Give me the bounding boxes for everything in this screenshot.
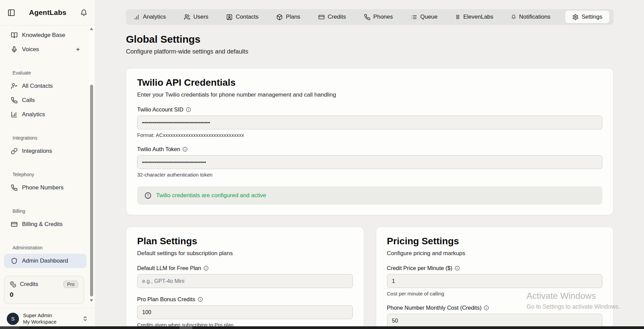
user-name: Super Admin (23, 312, 78, 319)
card-subtitle: Default settings for subscription plans (137, 250, 353, 257)
info-icon[interactable] (484, 305, 489, 310)
tab-queue[interactable]: Queue (407, 9, 441, 25)
section-title: Integrations (13, 135, 87, 141)
bar-chart-icon (11, 111, 18, 118)
taskbar-edge (0, 326, 644, 329)
card-subtitle: Configure pricing and markups (387, 250, 603, 257)
stack-icon (455, 15, 460, 19)
credit-card-icon (11, 221, 18, 228)
alert-circle-icon (145, 192, 151, 199)
bell-icon[interactable] (80, 9, 87, 16)
tab-contacts[interactable]: Contacts (223, 9, 262, 25)
field-label: Phone Number Monthly Cost (Credits) (387, 305, 482, 311)
plan-settings-card: Plan Settings Default settings for subsc… (126, 227, 364, 329)
tab-label: Phones (373, 14, 393, 20)
credits-card: Credits Pro 0 (4, 276, 84, 304)
tab-label: Contacts (236, 14, 258, 20)
scroll-up-arrow[interactable] (90, 27, 93, 30)
info-icon[interactable] (198, 297, 203, 302)
twilio-sid-field: Twilio Account SID Format: ACxxxxxxxxxxx… (137, 106, 602, 138)
sidebar-section-evaluate: Evaluate All Contacts Calls Analytics (4, 70, 87, 122)
tab-notifications[interactable]: Notifications (508, 9, 554, 25)
link-icon (11, 148, 18, 155)
twilio-sid-input[interactable] (137, 116, 602, 129)
book-open-icon (11, 32, 18, 39)
sidebar-item-billing-credits[interactable]: Billing & Credits (4, 217, 87, 231)
app-window: AgentLabs Knowledge Base Voices + Evalua… (0, 0, 644, 329)
add-voice-button[interactable]: + (76, 46, 80, 53)
info-icon[interactable] (203, 266, 209, 271)
bonus-credits-field: Pro Plan Bonus Credits Credits given whe… (137, 296, 353, 328)
phone-cost-input[interactable] (387, 314, 603, 328)
sidebar-item-label: Voices (22, 46, 71, 53)
tab-credits[interactable]: Credits (315, 9, 349, 25)
panel-toggle-icon[interactable] (7, 9, 15, 17)
mic-icon (11, 46, 18, 53)
credits-value: 0 (10, 291, 78, 299)
section-title: Evaluate (13, 70, 87, 76)
credit-card-icon (318, 14, 325, 20)
sidebar-item-phone-numbers[interactable]: Phone Numbers (4, 181, 87, 195)
phone-icon (364, 14, 370, 20)
page-title: Global Settings (126, 34, 614, 45)
sidebar-item-knowledge-base[interactable]: Knowledge Base (4, 28, 87, 42)
workspace-switcher[interactable]: S Super Admin My Workspace (0, 308, 95, 329)
phone-cost-field: Phone Number Monthly Cost (Credits) (387, 305, 603, 328)
info-icon[interactable] (186, 107, 191, 112)
scrollbar-thumb[interactable] (90, 85, 93, 296)
credit-price-input[interactable] (387, 274, 603, 288)
chevrons-up-down-icon (82, 316, 88, 322)
info-icon[interactable] (183, 147, 188, 152)
field-helper: Cost per minute of calling (387, 291, 603, 296)
tab-phones[interactable]: Phones (361, 9, 396, 25)
sidebar-item-label: All Contacts (22, 83, 53, 89)
pricing-settings-card: Pricing Settings Configure pricing and m… (376, 227, 614, 329)
taskbar-edge-segment (179, 326, 192, 329)
tab-users[interactable]: Users (180, 9, 212, 25)
status-text: Twilio credentials are configured and ac… (156, 192, 266, 199)
info-icon[interactable] (455, 266, 460, 271)
card-title: Pricing Settings (387, 236, 603, 247)
list-icon (411, 14, 417, 20)
avatar: S (7, 313, 19, 325)
scroll-down-arrow[interactable] (90, 299, 93, 302)
sidebar-item-analytics[interactable]: Analytics (4, 107, 87, 122)
sidebar-item-admin-dashboard[interactable]: Admin Dashboard (4, 254, 87, 268)
page-subtitle: Configure platform-wide settings and def… (126, 48, 614, 55)
tab-elevenlabs[interactable]: ElevenLabs (452, 9, 497, 25)
sidebar-item-integrations[interactable]: Integrations (4, 144, 87, 158)
tab-settings[interactable]: Settings (565, 11, 609, 23)
tab-plans[interactable]: Plans (273, 9, 304, 25)
shield-icon (11, 258, 18, 264)
default-llm-input[interactable] (137, 274, 353, 288)
credit-price-field: Credit Price per Minute ($) Cost per min… (387, 265, 603, 296)
tab-analytics[interactable]: Analytics (130, 9, 169, 25)
card-subtitle: Enter your Twilio credentials for phone … (137, 91, 602, 98)
sidebar-section-integrations: Integrations Integrations (4, 135, 87, 158)
bonus-credits-input[interactable] (137, 305, 353, 319)
sidebar-item-label: Admin Dashboard (22, 258, 68, 264)
tab-label: Settings (582, 14, 602, 20)
section-title: Administration (13, 245, 87, 250)
settings-cards-row: Plan Settings Default settings for subsc… (126, 227, 614, 329)
sidebar-scrollbar (89, 26, 94, 304)
sidebar-item-label: Calls (22, 97, 35, 104)
sidebar-item-voices[interactable]: Voices + (4, 42, 87, 57)
twilio-token-input[interactable] (137, 155, 602, 169)
taskbar-edge-segment (0, 326, 19, 329)
bell-icon (511, 15, 516, 19)
tab-label: Notifications (519, 14, 551, 20)
sidebar-item-all-contacts[interactable]: All Contacts (4, 79, 87, 93)
field-helper: Format: ACxxxxxxxxxxxxxxxxxxxxxxxxxxxxxx… (137, 132, 602, 138)
sidebar-section-administration: Administration Admin Dashboard (4, 245, 87, 268)
sidebar-item-label: Analytics (22, 111, 45, 118)
package-icon (276, 14, 283, 20)
twilio-credentials-card: Twilio API Credentials Enter your Twilio… (126, 68, 614, 215)
contact-card-icon (226, 14, 233, 20)
field-helper: 32-character authentication token (137, 172, 602, 178)
sidebar-item-label: Integrations (22, 148, 52, 155)
section-title: Billing (13, 208, 87, 214)
sidebar-item-calls[interactable]: Calls (4, 93, 87, 107)
sidebar-header: AgentLabs (0, 0, 95, 25)
users-icon (184, 14, 190, 20)
